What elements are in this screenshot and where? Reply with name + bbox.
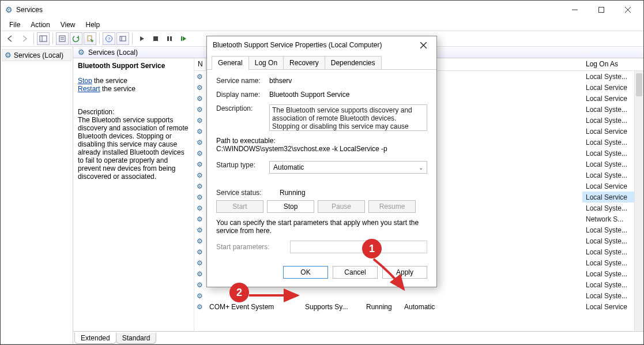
minimize-button[interactable]: [562, 1, 588, 18]
gear-icon: [197, 259, 206, 267]
list-row[interactable]: COM+ Event System Supports Sy... Running…: [194, 301, 643, 312]
cell-logon: Local Syste...: [582, 137, 634, 148]
selected-service-name: Bluetooth Support Service: [78, 62, 189, 70]
annotation-badge-1: 1: [362, 239, 382, 258]
export-list-button[interactable]: [84, 32, 96, 45]
pause-service-button[interactable]: [163, 32, 176, 45]
restart-service-button[interactable]: [177, 32, 190, 45]
help-button[interactable]: ?: [103, 32, 115, 45]
menu-file[interactable]: File: [4, 20, 25, 30]
value-service-name: bthserv: [269, 77, 427, 85]
stop-suffix: the service: [92, 77, 127, 85]
gear-icon: [197, 193, 206, 201]
gear-icon: [197, 281, 206, 289]
gear-icon: [197, 73, 206, 81]
start-service-button[interactable]: [135, 32, 148, 45]
svg-rect-15: [167, 36, 169, 41]
cell-startup: Automatic: [404, 303, 445, 311]
ok-button[interactable]: OK: [283, 266, 328, 279]
cell-logon: Local Syste...: [582, 170, 634, 181]
value-status: Running: [280, 189, 306, 197]
stop-service-button[interactable]: [149, 32, 162, 45]
detail-header-title: Services (Local): [88, 48, 138, 57]
label-status: Service status:: [216, 189, 280, 197]
titlebar: Services: [1, 1, 643, 19]
start-button[interactable]: Start: [216, 200, 263, 213]
tree-node-services-local[interactable]: Services (Local): [2, 49, 71, 61]
cell-logon: Local Service: [582, 301, 634, 312]
dialog-titlebar: Bluetooth Support Service Properties (Lo…: [207, 36, 436, 54]
refresh-button[interactable]: [70, 32, 82, 45]
cancel-button[interactable]: Cancel: [333, 266, 378, 279]
cell-name: COM+ Event System: [209, 303, 302, 311]
tab-standard[interactable]: Standard: [116, 333, 157, 344]
scrollbar[interactable]: [634, 71, 643, 331]
toolbar-extra-button[interactable]: [116, 32, 129, 45]
value-display-name: Bluetooth Support Service: [269, 91, 427, 99]
tree-node-label: Services (Local): [14, 51, 63, 59]
cell-logon: Local Service: [582, 181, 634, 192]
pause-button[interactable]: Pause: [318, 200, 365, 213]
logon-column: Log On As Local Syste... Local Service L…: [582, 58, 634, 312]
annotation-badge-2: 2: [229, 283, 249, 302]
resume-button[interactable]: Resume: [368, 200, 416, 213]
scrollbar-thumb[interactable]: [636, 73, 642, 96]
gear-icon: [197, 160, 206, 168]
close-button[interactable]: [615, 1, 641, 18]
svg-text:?: ?: [108, 36, 111, 42]
cell-logon: Local Service: [582, 126, 634, 137]
menu-view[interactable]: View: [55, 20, 81, 30]
gear-icon: [197, 149, 206, 158]
cell-status: Running: [366, 303, 401, 311]
svg-rect-16: [170, 36, 172, 41]
cell-logon: Local Syste...: [582, 290, 634, 301]
column-logon[interactable]: Log On As: [582, 58, 634, 71]
tab-general[interactable]: General: [212, 56, 249, 69]
label-description: Description:: [216, 104, 269, 131]
gear-icon: [197, 292, 206, 300]
gear-icon: [197, 215, 206, 223]
dialog-close-button[interactable]: [416, 38, 431, 52]
start-params-input[interactable]: [290, 241, 427, 253]
startup-type-select[interactable]: Automatic ⌄: [269, 161, 427, 174]
cell-logon: Local Service: [582, 93, 634, 104]
cell-logon: Local Syste...: [582, 202, 634, 213]
tab-dependencies[interactable]: Dependencies: [325, 56, 382, 69]
stop-button[interactable]: Stop: [267, 200, 314, 213]
apply-button[interactable]: Apply: [382, 266, 427, 279]
description-textbox[interactable]: The Bluetooth service supports discovery…: [269, 104, 427, 131]
svg-rect-4: [40, 36, 47, 42]
gear-icon: [197, 106, 206, 114]
show-hide-tree-button[interactable]: [37, 32, 50, 45]
gear-icon: [197, 84, 206, 92]
gear-icon: [197, 127, 206, 136]
gear-icon: [197, 226, 206, 234]
gear-icon: [197, 303, 206, 311]
forward-button[interactable]: [18, 32, 31, 45]
tab-logon[interactable]: Log On: [248, 56, 284, 69]
column-name[interactable]: N: [194, 58, 206, 70]
restart-suffix: the service: [100, 85, 135, 93]
restart-link[interactable]: Restart: [78, 85, 100, 93]
cell-logon: Local Syste...: [582, 279, 634, 290]
svg-rect-12: [120, 36, 126, 41]
list-row[interactable]: [194, 290, 643, 301]
back-button[interactable]: [4, 32, 17, 45]
menu-action[interactable]: Action: [25, 20, 55, 30]
maximize-button[interactable]: [588, 1, 615, 18]
cell-logon: Local Syste...: [582, 257, 634, 268]
cell-logon: Local Syste...: [582, 115, 634, 126]
tab-recovery[interactable]: Recovery: [283, 56, 325, 69]
svg-rect-1: [599, 7, 604, 13]
menu-help[interactable]: Help: [81, 20, 106, 30]
cell-logon: Local Syste...: [582, 71, 634, 82]
properties-button[interactable]: [56, 32, 69, 45]
cell-logon: Local Syste...: [582, 246, 634, 257]
tab-extended[interactable]: Extended: [74, 333, 116, 344]
stop-link[interactable]: Stop: [78, 77, 92, 85]
label-path: Path to executable:: [216, 137, 427, 145]
svg-rect-6: [59, 36, 65, 42]
gear-icon: [197, 182, 206, 190]
view-tabs: Extended Standard: [73, 331, 643, 344]
cell-logon: Local Service: [582, 82, 634, 93]
